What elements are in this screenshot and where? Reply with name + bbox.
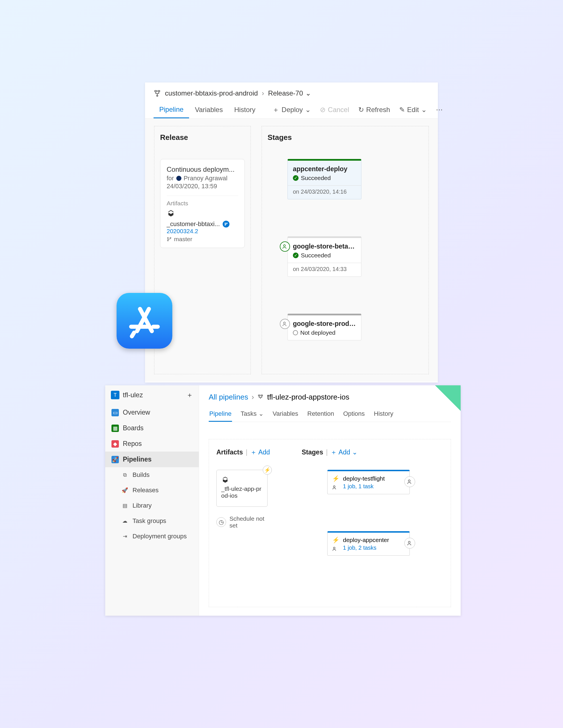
tab-variables[interactable]: Variables xyxy=(272,407,299,422)
stages-column-title: Stages xyxy=(268,133,423,142)
stage-timestamp: on 24/03/2020, 14:33 xyxy=(293,266,356,272)
breadcrumb: customer-bbtaxis-prod-android › Release-… xyxy=(145,82,438,101)
tab-bar: Pipeline Variables History ＋ Deploy ⌄ ⊘ … xyxy=(145,101,438,119)
artifact-icon xyxy=(221,476,263,484)
release-author-row: for Pranoy Agrawal xyxy=(167,175,238,182)
stages-column: Stages appcenter-deploy ✓ Succeeded on 2… xyxy=(262,126,429,374)
chevron-right-icon: › xyxy=(252,393,254,402)
schedule-button[interactable]: ◷ Schedule not set xyxy=(216,515,290,529)
pipeline-canvas: Artifacts | ＋ Add ⚡ _tfl-ulez-app-prod-i… xyxy=(209,439,451,607)
svg-point-5 xyxy=(227,223,227,224)
stage-card-testflight[interactable]: ⚡ deploy-testflight 1 job, 1 task xyxy=(327,470,410,494)
sidebar-item-releases[interactable]: 🚀 Releases xyxy=(105,483,199,498)
sidebar-item-pipelines[interactable]: 🚀 Pipelines xyxy=(105,452,199,467)
sidebar-item-boards[interactable]: ▦ Boards xyxy=(105,420,199,436)
branch-icon xyxy=(167,237,172,242)
tab-variables[interactable]: Variables xyxy=(189,102,228,118)
tab-history[interactable]: History xyxy=(229,102,261,118)
more-button[interactable]: ⋯ xyxy=(431,102,447,118)
project-icon: T xyxy=(111,391,119,399)
library-icon: ▤ xyxy=(121,502,129,509)
add-stage-button[interactable]: ＋ Add ⌄ xyxy=(330,448,357,457)
stage-timestamp: on 24/03/2020, 14:16 xyxy=(293,189,356,195)
release-author: Pranoy Agrawal xyxy=(184,175,227,182)
sidebar-item-library[interactable]: ▤ Library xyxy=(105,498,199,513)
svg-point-20 xyxy=(334,547,335,549)
deploy-button[interactable]: ＋ Deploy ⌄ xyxy=(268,101,315,118)
overview-icon: ▭ xyxy=(111,409,119,416)
check-icon: ✓ xyxy=(293,175,299,181)
chevron-down-icon: ⌄ xyxy=(352,448,357,456)
stage-card-appcenter[interactable]: appcenter-deploy ✓ Succeeded on 24/03/20… xyxy=(287,159,361,199)
breadcrumb-all-pipelines-link[interactable]: All pipelines xyxy=(209,393,248,402)
svg-point-9 xyxy=(283,245,285,247)
stages-column-header: Stages | ＋ Add ⌄ xyxy=(302,448,443,457)
branch-row: master xyxy=(167,236,238,243)
edit-button[interactable]: ✎ Edit ⌄ xyxy=(395,102,431,118)
refresh-button[interactable]: ↻ Refresh xyxy=(354,102,395,118)
stage-jobs-link[interactable]: 1 job, 1 task xyxy=(343,483,405,490)
postdeploy-conditions[interactable] xyxy=(404,476,415,487)
sidebar-item-builds[interactable]: ⧉ Builds xyxy=(105,467,199,483)
svg-point-6 xyxy=(167,237,169,239)
tab-tasks[interactable]: Tasks ⌄ xyxy=(240,407,264,422)
tab-options[interactable]: Options xyxy=(343,407,365,422)
breadcrumb: All pipelines › tfl-ulez-prod-appstore-i… xyxy=(209,393,451,402)
svg-point-3 xyxy=(225,223,226,224)
svg-rect-0 xyxy=(155,90,157,92)
predeploy-conditions[interactable]: ⚡ xyxy=(332,537,340,551)
add-artifact-button[interactable]: ＋ Add xyxy=(250,448,270,457)
stage-name: google-store-produc xyxy=(293,320,356,328)
artifact-trigger-button[interactable]: ⚡ xyxy=(263,466,272,475)
stage-card-google-beta[interactable]: google-store-beta-de ✓ Succeeded on 24/0… xyxy=(287,236,361,277)
svg-point-10 xyxy=(283,322,285,324)
release-definition-icon xyxy=(154,90,161,97)
avatar xyxy=(176,176,181,181)
tab-retention[interactable]: Retention xyxy=(307,407,335,422)
artifact-row[interactable]: _customer-bbtaxi... xyxy=(167,220,238,228)
sidebar-item-task-groups[interactable]: ☁ Task groups xyxy=(105,513,199,529)
tab-history[interactable]: History xyxy=(373,407,394,422)
stage-card-google-prod[interactable]: google-store-produc Not deployed xyxy=(287,314,361,340)
svg-point-7 xyxy=(167,240,169,241)
svg-line-15 xyxy=(132,333,134,336)
artifact-icon xyxy=(167,209,238,218)
sidebar-item-deployment-groups[interactable]: ⇥ Deployment groups xyxy=(105,529,199,544)
stage-card-appcenter[interactable]: ⚡ deploy-appcenter 1 job, 2 tasks xyxy=(327,531,410,556)
predeploy-approver-icon[interactable] xyxy=(280,241,290,252)
tab-pipeline[interactable]: Pipeline xyxy=(154,102,189,118)
artifact-name: _customer-bbtaxi... xyxy=(167,220,220,228)
deployment-groups-icon: ⇥ xyxy=(121,533,129,540)
sidebar-item-repos[interactable]: ◆ Repos xyxy=(105,436,199,452)
stage-name: deploy-testflight xyxy=(343,475,405,482)
artifacts-label: Artifacts xyxy=(167,200,238,207)
chevron-down-icon: ⌄ xyxy=(258,410,264,417)
build-number-link[interactable]: 20200324.2 xyxy=(167,228,238,235)
breadcrumb-release-dropdown[interactable]: Release-70 ⌄ xyxy=(268,89,311,97)
chevron-right-icon: › xyxy=(262,89,264,97)
artifact-card[interactable]: ⚡ _tfl-ulez-app-prod-ios xyxy=(216,470,268,507)
svg-rect-17 xyxy=(261,395,263,396)
clock-icon: ◷ xyxy=(216,517,226,527)
stage-jobs-link[interactable]: 1 job, 2 tasks xyxy=(343,545,405,551)
predeploy-approver-icon[interactable] xyxy=(280,319,290,329)
chevron-down-icon: ⌄ xyxy=(421,106,427,114)
sidebar-project-header[interactable]: T tfl-ulez ＋ xyxy=(105,385,199,405)
plus-icon[interactable]: ＋ xyxy=(186,390,193,400)
svg-point-4 xyxy=(225,225,226,226)
predeploy-conditions[interactable]: ⚡ xyxy=(332,475,340,490)
appstore-logo-icon xyxy=(117,293,172,349)
not-deployed-icon xyxy=(293,330,298,335)
sidebar-item-overview[interactable]: ▭ Overview xyxy=(105,405,199,420)
refresh-icon: ↻ xyxy=(358,106,364,114)
release-column-title: Release xyxy=(160,133,245,142)
svg-point-19 xyxy=(408,480,410,482)
tab-pipeline[interactable]: Pipeline xyxy=(209,407,232,422)
postdeploy-conditions[interactable] xyxy=(404,538,415,549)
stage-status: ✓ Succeeded xyxy=(293,175,356,181)
release-card[interactable]: Continuous deploym... for Pranoy Agrawal… xyxy=(160,159,245,248)
cancel-icon: ⊘ xyxy=(320,106,326,114)
svg-point-18 xyxy=(334,486,335,487)
corner-fold-decoration xyxy=(435,385,461,411)
breadcrumb-project-link[interactable]: customer-bbtaxis-prod-android xyxy=(165,89,258,97)
